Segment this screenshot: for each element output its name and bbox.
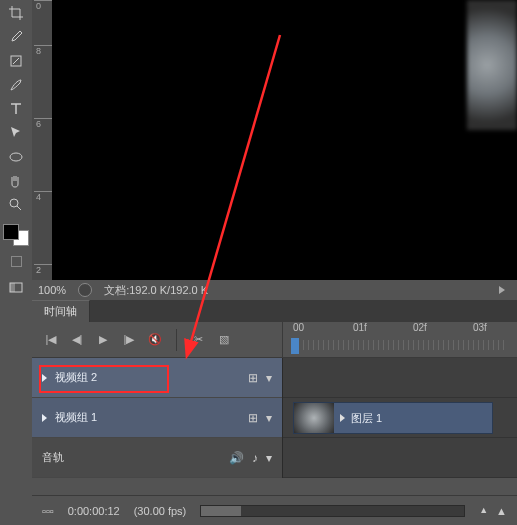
expand-arrow-icon[interactable]: [42, 414, 47, 422]
quickmask-toggle[interactable]: [11, 256, 22, 267]
split-clip-button[interactable]: ✂: [189, 331, 207, 349]
crop-tool[interactable]: [4, 2, 28, 24]
timecode[interactable]: 0:00:00:12: [68, 505, 120, 517]
zoom-out-icon[interactable]: ▲: [479, 505, 488, 517]
timeline-row[interactable]: [283, 358, 517, 398]
canvas-content: [467, 0, 517, 130]
ruler-tick: 8: [34, 45, 54, 56]
time-scale: [293, 340, 507, 350]
note-icon[interactable]: ♪: [252, 451, 258, 465]
time-label: 01f: [353, 322, 367, 333]
time-label: 03f: [473, 322, 487, 333]
speaker-icon[interactable]: 🔊: [229, 451, 244, 465]
clip-label: 图层 1: [351, 411, 382, 426]
zoom-level[interactable]: 100%: [38, 284, 66, 296]
play-button[interactable]: ▶: [94, 331, 112, 349]
clip-layer-1[interactable]: 图层 1: [293, 402, 493, 434]
globe-icon[interactable]: [78, 283, 92, 297]
time-ruler[interactable]: 00 01f 02f 03f: [282, 322, 517, 358]
step-forward-button[interactable]: |▶: [120, 331, 138, 349]
shape-tool[interactable]: [4, 146, 28, 168]
scrollbar-thumb[interactable]: [201, 506, 241, 516]
ruler-tick: 4: [34, 191, 54, 202]
healing-brush-tool[interactable]: [4, 50, 28, 72]
chevron-down-icon[interactable]: ▾: [266, 451, 272, 465]
track-name: 视频组 1: [55, 410, 248, 425]
track-headers: 视频组 2 ⊞ ▾ 视频组 1 ⊞ ▾ 音轨 🔊 ♪ ▾: [32, 358, 282, 478]
track-video-group-2[interactable]: 视频组 2 ⊞ ▾: [32, 358, 282, 398]
film-icon[interactable]: ⊞: [248, 371, 258, 385]
document-canvas[interactable]: [52, 0, 517, 280]
color-swatch[interactable]: [3, 224, 29, 246]
step-back-button[interactable]: ◀|: [68, 331, 86, 349]
film-icon[interactable]: ⊞: [248, 411, 258, 425]
document-info[interactable]: 文档:192.0 K/192.0 K: [104, 283, 208, 298]
svg-point-2: [10, 199, 18, 207]
zoom-in-icon[interactable]: ▲: [496, 505, 507, 517]
timeline-row[interactable]: 图层 1: [283, 398, 517, 438]
tab-timeline[interactable]: 时间轴: [32, 300, 90, 322]
brush-tool[interactable]: [4, 74, 28, 96]
tools-panel: [0, 0, 32, 525]
info-menu-arrow-icon[interactable]: [499, 286, 505, 294]
track-video-group-1[interactable]: 视频组 1 ⊞ ▾: [32, 398, 282, 438]
playhead[interactable]: [291, 338, 299, 354]
track-name: 音轨: [42, 450, 229, 465]
path-selection-tool[interactable]: [4, 122, 28, 144]
time-label: 00: [293, 322, 304, 333]
screen-mode[interactable]: [4, 277, 28, 299]
timeline-footer: ▫▫▫ 0:00:00:12 (30.00 fps) ▲ ▲: [32, 495, 517, 525]
vertical-ruler: 0 8 6 4 2: [32, 0, 52, 280]
svg-rect-4: [10, 283, 15, 292]
mute-button[interactable]: 🔇: [146, 331, 164, 349]
timeline-clips-area[interactable]: 图层 1: [282, 358, 517, 478]
eyedropper-tool[interactable]: [4, 26, 28, 48]
time-label: 02f: [413, 322, 427, 333]
transition-button[interactable]: ▧: [215, 331, 233, 349]
track-name: 视频组 2: [55, 370, 248, 385]
ruler-tick: 0: [34, 0, 54, 11]
zoom-tool[interactable]: [4, 194, 28, 216]
expand-arrow-icon[interactable]: [340, 414, 345, 422]
svg-point-1: [10, 153, 22, 161]
chevron-down-icon[interactable]: ▾: [266, 411, 272, 425]
track-audio[interactable]: 音轨 🔊 ♪ ▾: [32, 438, 282, 478]
zoom-slider-label[interactable]: ▫▫▫: [42, 505, 54, 517]
hand-tool[interactable]: [4, 170, 28, 192]
status-bar: 100% 文档:192.0 K/192.0 K: [32, 280, 517, 300]
chevron-down-icon[interactable]: ▾: [266, 371, 272, 385]
clip-thumbnail: [294, 403, 334, 433]
fps-label: (30.00 fps): [134, 505, 187, 517]
expand-arrow-icon[interactable]: [42, 374, 47, 382]
transport-controls: |◀ ◀| ▶ |▶ 🔇 ✂ ▧: [32, 322, 282, 358]
panel-tab-bar: 时间轴: [32, 300, 517, 322]
timeline-scrollbar[interactable]: [200, 505, 465, 517]
ruler-tick: 2: [34, 264, 54, 275]
ruler-tick: 6: [34, 118, 54, 129]
timeline-row[interactable]: [283, 438, 517, 478]
go-to-first-frame-button[interactable]: |◀: [42, 331, 60, 349]
type-tool[interactable]: [4, 98, 28, 120]
canvas-area: 0 8 6 4 2: [32, 0, 517, 280]
